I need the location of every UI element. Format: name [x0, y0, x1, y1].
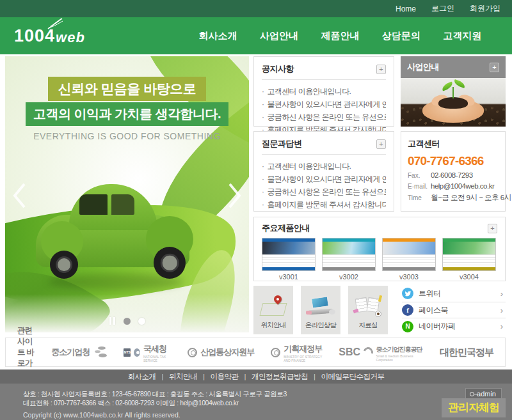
main-menu: 회사소개 사업안내 제품안내 상담문의 고객지원: [188, 25, 493, 47]
partner-label: 중소기업청: [51, 346, 90, 358]
admin-trial-button[interactable]: 관리자체험: [442, 398, 506, 417]
partner-mosf-link[interactable]: 기획재정부 MINISTRY OF STRATEGY AND FINANCE: [271, 343, 322, 362]
logo-text: 100: [14, 26, 45, 46]
footer-company-info: 상호 : 천사웹 사업자등록번호 : 123-45-67890 대표 : 홍길동…: [23, 389, 287, 398]
carousel-dot-active[interactable]: [124, 318, 131, 325]
carousel-dot[interactable]: [138, 318, 145, 325]
naver-cafe-link[interactable]: N 네이버까페 ›: [402, 318, 506, 334]
naver-icon: N: [402, 321, 413, 332]
footer-link-terms[interactable]: 이용약관: [197, 372, 239, 382]
product-caption: v3004: [442, 273, 496, 281]
hero-tagline: EVERYTHING IS GOOD FOR SOMETHING: [5, 131, 249, 141]
nav-item-inquiry[interactable]: 상담문의: [378, 25, 424, 47]
qna-item[interactable]: 홈페이지를 방문해 주셔서 감사합니다.: [262, 198, 386, 211]
product-thumbnail[interactable]: v3001: [262, 238, 316, 281]
notice-item[interactable]: 궁금하신 사항은 온라인 또는 유선으로..: [262, 111, 386, 123]
quick-label: 위치안내: [261, 321, 286, 330]
fax-label: Fax.: [408, 172, 431, 179]
products-title: 주요제품안내: [262, 222, 310, 234]
partner-sbc-link[interactable]: SBC 중소기업진흥공단 Small & medium Business Cor…: [339, 343, 423, 362]
topbar: Home 로그인 회원가입: [0, 0, 512, 17]
logo[interactable]: 1004web: [14, 26, 85, 46]
notice-more-button[interactable]: +: [376, 65, 386, 74]
quick-location-button[interactable]: 위치안내: [253, 286, 293, 334]
partner-label: 중소기업진흥공단: [376, 346, 422, 353]
product-thumbnail[interactable]: v3004: [442, 238, 496, 281]
partner-nts-link[interactable]: NTS 국세청 NATIONAL TAX SERVICE: [124, 343, 171, 362]
carousel-controls: [5, 317, 249, 325]
business-title: 사업안내: [407, 61, 439, 73]
notice-item[interactable]: 불편사항이 있으시다면 관리자에게 연..: [262, 98, 386, 111]
customer-center-panel: 고객센터 070-7767-6366 Fax. 02-6008-7293 E-m…: [401, 131, 506, 212]
footer: 상호 : 천사웹 사업자등록번호 : 123-45-67890 대표 : 홍길동…: [0, 384, 512, 420]
carousel-next-icon[interactable]: [227, 182, 243, 210]
home-link[interactable]: Home: [396, 4, 416, 13]
products-more-button[interactable]: +: [488, 224, 497, 233]
notice-title: 공지사항: [262, 63, 294, 75]
chevron-right-icon: ›: [500, 306, 503, 315]
qna-item[interactable]: 고객센터 이용안내입니다.: [262, 160, 386, 173]
quick-online-consult-button[interactable]: 온라인상담: [301, 286, 340, 334]
products-panel: 주요제품안내 + v3001 v3002 v3003 v3004: [253, 217, 506, 281]
grass-car-illustration: [36, 184, 202, 302]
qna-more-button[interactable]: +: [376, 139, 386, 149]
business-banner[interactable]: 사업안내 +: [401, 56, 506, 127]
hero-copy: 신뢰와 믿음을 바탕으로 고객의 이익과 가치를 생각합니다. EVERYTHI…: [5, 77, 249, 141]
footer-links-bar: 회사소개 위치안내 이용약관 개인정보취급방침 이메일무단수집거부: [0, 369, 512, 384]
nav-item-company[interactable]: 회사소개: [195, 25, 241, 47]
product-thumbnail[interactable]: v3003: [382, 238, 436, 281]
sbc-logo-text: SBC: [339, 346, 360, 358]
gov-emblem-icon: [271, 348, 280, 357]
facebook-icon: f: [402, 304, 413, 316]
nav-item-support[interactable]: 고객지원: [439, 25, 485, 47]
footer-link-location[interactable]: 위치안내: [156, 372, 198, 382]
social-panel: 트위터 › f 페이스북 › N 네이버까페 ›: [402, 286, 506, 334]
qna-list: 고객센터 이용안내입니다. 불편사항이 있으시다면 관리자에게 연.. 궁금하신…: [254, 155, 394, 215]
qna-item[interactable]: 불편사항이 있으시다면 관리자에게 연..: [262, 173, 386, 185]
partner-gov-link[interactable]: 대한민국정부: [440, 346, 493, 359]
footer-link-privacy[interactable]: 개인정보취급방침: [239, 372, 308, 382]
partner-sublabel: NATIONAL TAX SERVICE: [143, 355, 171, 362]
product-thumbnail[interactable]: v3002: [322, 238, 376, 281]
footer-contact-info: 대표전화 : 070-7767-6366 팩스 : 02-6008-7293 이…: [23, 398, 287, 407]
nav-item-products[interactable]: 제품안내: [317, 25, 363, 47]
hero-fade: [5, 294, 249, 332]
footer-link-noemail[interactable]: 이메일무단수집거부: [308, 372, 385, 382]
customer-phone: 070-7767-6366: [408, 154, 499, 168]
qna-item[interactable]: 궁금하신 사항은 온라인 또는 유선으로..: [262, 185, 386, 198]
partner-sublabel: Small & medium Business Corporation: [376, 354, 423, 362]
quick-archive-button[interactable]: 자료실: [348, 286, 388, 334]
twitter-icon: [402, 288, 413, 299]
footer-link-company[interactable]: 회사소개: [128, 372, 156, 382]
laptop-icon: [306, 295, 335, 318]
partner-smba-link[interactable]: 중소기업청: [51, 346, 107, 358]
partner-label: 대한민국정부: [440, 346, 493, 359]
logo-text: web: [56, 29, 85, 46]
time-label: Time: [408, 194, 431, 201]
partner-label: 기획재정부: [284, 344, 322, 354]
product-thumb-image: [442, 238, 496, 271]
product-thumb-image: [382, 238, 436, 271]
smba-logo-icon: [93, 346, 107, 358]
carousel-pause-icon[interactable]: [109, 317, 116, 325]
logo-leaf-icon: [47, 17, 63, 30]
partner-label: 국세청: [143, 344, 166, 354]
carousel-prev-icon[interactable]: [12, 182, 27, 210]
gov-emblem-icon: [188, 348, 197, 357]
footer-copyright: Copyright (c) www.1004web.co.kr All righ…: [23, 411, 287, 419]
business-more-button[interactable]: +: [490, 63, 499, 72]
nav-item-business[interactable]: 사업안내: [256, 25, 302, 47]
partner-motie-link[interactable]: 산업통상자원부: [188, 346, 254, 358]
login-link[interactable]: 로그인: [431, 3, 454, 14]
quick-label: 온라인상담: [305, 321, 337, 330]
nts-flower-icon: [134, 348, 140, 357]
product-thumb-image: [322, 238, 376, 271]
notice-item[interactable]: 고객센터 이용안내입니다.: [262, 85, 386, 98]
nts-badge-icon: NTS: [124, 348, 131, 357]
hero-carousel: 신뢰와 믿음을 바탕으로 고객의 이익과 가치를 생각합니다. EVERYTHI…: [5, 56, 249, 332]
product-caption: v3001: [262, 273, 316, 281]
facebook-link[interactable]: f 페이스북 ›: [402, 302, 506, 319]
twitter-link[interactable]: 트위터 ›: [402, 286, 506, 302]
time-value: 월~금 오전 9시 ~ 오후 6시: [431, 193, 511, 203]
signup-link[interactable]: 회원가입: [470, 3, 500, 14]
